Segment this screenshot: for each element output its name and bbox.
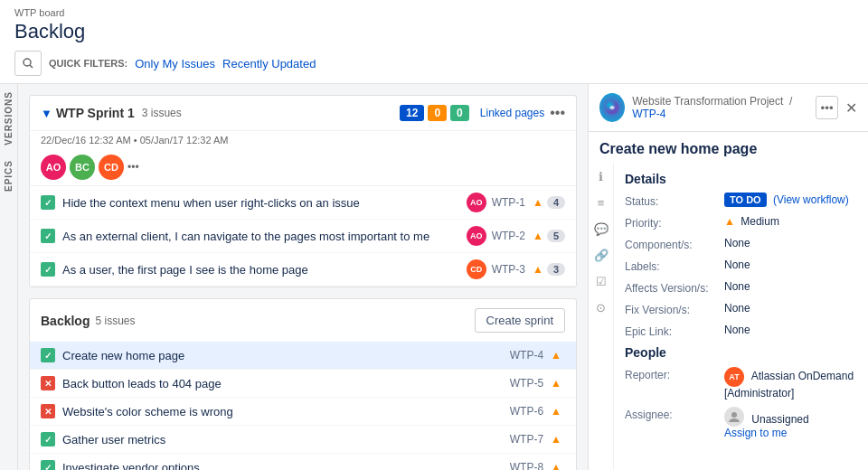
assignee-label: Assignee: — [625, 407, 724, 421]
priority-icon: ▲ — [551, 461, 561, 470]
assignee-avatar: AO — [467, 226, 486, 246]
filter-only-my-issues[interactable]: Only My Issues — [135, 57, 215, 70]
right-panel-header: Website Transformation Project / WTP-4 •… — [589, 84, 868, 132]
sprint-badges: 12 0 0 Linked pages — [400, 105, 544, 121]
panel-icon-info[interactable]: ℹ — [599, 170, 603, 183]
fix-row: Fix Version/s: None — [625, 302, 857, 316]
panel-close-button[interactable]: ✕ — [845, 99, 857, 117]
priority-icon: ▲ — [551, 433, 561, 446]
sprint-more-button[interactable]: ••• — [550, 105, 565, 121]
breadcrumb: WTP board — [14, 7, 854, 18]
issue-type-story-icon: ✓ — [41, 432, 55, 446]
issue-type-bug-icon: ✕ — [41, 376, 55, 390]
panel-more-button[interactable]: ••• — [816, 96, 838, 119]
panel-issue-title: Create new home page — [589, 132, 868, 163]
priority-arrow-icon: ▲ — [724, 215, 735, 228]
right-panel: Website Transformation Project / WTP-4 •… — [588, 84, 868, 470]
fix-label: Fix Version/s: — [625, 302, 724, 316]
filter-recently-updated[interactable]: Recently Updated — [222, 57, 316, 70]
sprint-section: ▼ WTP Sprint 1 3 issues 12 0 0 Linked pa… — [29, 95, 577, 287]
issue-summary: Website's color scheme is wrong — [62, 405, 510, 418]
board-content: ▼ WTP Sprint 1 3 issues 12 0 0 Linked pa… — [18, 84, 588, 470]
status-badge[interactable]: TO DO — [724, 193, 767, 207]
issue-key: WTP-7 — [510, 433, 543, 446]
assignee-row: Assignee: Unassigned Assign to me — [625, 407, 857, 439]
assignee-value: Unassigned Assign to me — [724, 407, 857, 439]
issue-summary: As an external client, I can navigate to… — [62, 230, 467, 243]
assign-me-link[interactable]: Assign to me — [724, 427, 787, 439]
story-points: 5 — [547, 230, 565, 242]
sprint-issue-wtp2[interactable]: ✓ As an external client, I can navigate … — [30, 220, 576, 253]
backlog-issue-wtp8[interactable]: ✓ Investigate vendor options WTP-8 ▲ — [30, 454, 576, 470]
reporter-label: Reporter: — [625, 367, 724, 381]
quick-filters-label: QUICK FILTERS: — [49, 58, 127, 69]
panel-icon-chat[interactable]: 💬 — [594, 222, 609, 236]
linked-pages[interactable]: Linked pages — [480, 107, 544, 119]
fix-value: None — [724, 302, 857, 315]
issue-summary: As a user, the first page I see is the h… — [62, 263, 467, 277]
page-title: Backlog — [14, 20, 854, 43]
svg-point-3 — [731, 412, 737, 418]
issue-key: WTP-3 — [492, 263, 525, 276]
panel-icon-strip: ℹ ≡ 💬 🔗 ☑ ⊙ — [589, 163, 614, 470]
panel-issue-key-link[interactable]: WTP-4 — [632, 108, 665, 120]
components-label: Component/s: — [625, 237, 724, 251]
backlog-issue-wtp5[interactable]: ✕ Back button leads to 404 page WTP-5 ▲ — [30, 370, 576, 398]
issue-key: WTP-4 — [510, 349, 543, 362]
toolbar: QUICK FILTERS: Only My Issues Recently U… — [14, 51, 854, 83]
backlog-issue-wtp6[interactable]: ✕ Website's color scheme is wrong WTP-6 … — [30, 398, 576, 426]
issue-type-story-icon: ✓ — [41, 348, 55, 362]
reporter-value: AT Atlassian OnDemand [Administrator] — [724, 367, 857, 400]
panel-icon-view[interactable]: ⊙ — [596, 301, 606, 315]
unassigned-icon — [724, 407, 744, 427]
create-sprint-button[interactable]: Create sprint — [475, 308, 565, 333]
issue-summary: Gather user metrics — [62, 433, 510, 446]
sidebar-item-epics[interactable]: EPICS — [1, 153, 16, 199]
avatar-3[interactable]: CD — [99, 155, 124, 180]
epic-label: Epic Link: — [625, 324, 724, 338]
issue-type-story-icon: ✓ — [41, 195, 55, 210]
sprint-collapse-icon[interactable]: ▼ — [41, 107, 52, 120]
labels-value: None — [724, 258, 857, 271]
svg-line-1 — [30, 65, 33, 68]
sprint-issue-wtp1[interactable]: ✓ Hide the context menu when user right-… — [30, 186, 576, 220]
issue-key: WTP-8 — [510, 461, 543, 470]
priority-row: Priority: ▲ Medium — [625, 215, 857, 230]
sidebar-item-versions[interactable]: VERSIONS — [1, 84, 16, 153]
priority-icon: ▲ — [551, 405, 561, 418]
status-value: TO DO (View workflow) — [724, 193, 857, 206]
sprint-avatars: AO BC CD ••• — [30, 149, 576, 186]
backlog-header: Backlog 5 issues Create sprint — [30, 299, 576, 342]
story-points: 3 — [547, 263, 565, 276]
panel-breadcrumb: Website Transformation Project / WTP-4 — [632, 95, 808, 120]
issue-summary: Hide the context menu when user right-cl… — [62, 196, 467, 210]
panel-icon-link[interactable]: 🔗 — [594, 249, 609, 262]
priority-value: ▲ Medium — [724, 215, 857, 228]
sprint-issues-count: 3 issues — [142, 107, 182, 119]
avatar-2[interactable]: BC — [70, 155, 95, 180]
epic-row: Epic Link: None — [625, 324, 857, 338]
left-tabs: VERSIONS EPICS — [0, 84, 18, 470]
panel-icon-list[interactable]: ≡ — [598, 196, 605, 210]
assignee-avatar: AO — [467, 193, 486, 212]
avatars-more[interactable]: ••• — [127, 161, 139, 174]
workflow-link[interactable]: (View workflow) — [773, 193, 849, 206]
details-section-title: Details — [625, 172, 857, 186]
people-section-title: People — [625, 345, 857, 360]
project-icon — [599, 93, 625, 122]
svg-point-0 — [24, 59, 31, 66]
search-icon — [23, 58, 33, 69]
status-label: Status: — [625, 193, 724, 208]
sprint-header: ▼ WTP Sprint 1 3 issues 12 0 0 Linked pa… — [30, 96, 576, 131]
labels-row: Labels: None — [625, 258, 857, 273]
backlog-issue-wtp7[interactable]: ✓ Gather user metrics WTP-7 ▲ — [30, 426, 576, 454]
priority-icon: ▲ — [533, 196, 543, 209]
backlog-issue-wtp4[interactable]: ✓ Create new home page WTP-4 ▲ — [30, 342, 576, 370]
avatar-1[interactable]: AO — [41, 155, 66, 180]
search-button[interactable] — [14, 51, 42, 76]
sprint-issue-wtp3[interactable]: ✓ As a user, the first page I see is the… — [30, 253, 576, 287]
affects-label: Affects Version/s: — [625, 280, 724, 295]
priority-icon: ▲ — [551, 349, 561, 362]
panel-icon-check[interactable]: ☑ — [596, 275, 607, 288]
reporter-avatar: AT — [724, 367, 744, 387]
